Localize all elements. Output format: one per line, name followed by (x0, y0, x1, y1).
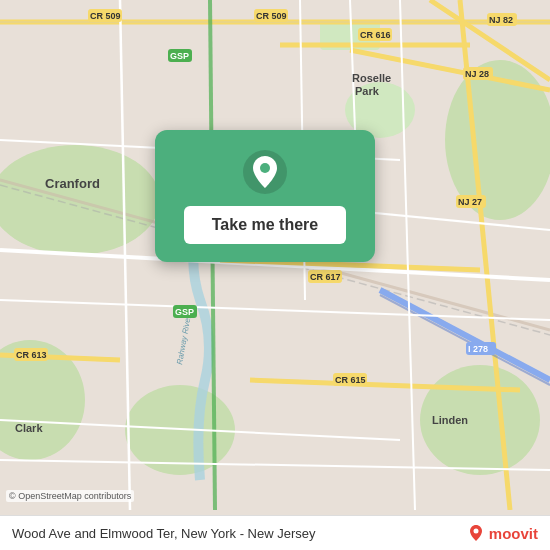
svg-point-64 (473, 529, 478, 534)
location-label: Wood Ave and Elmwood Ter, New York - New… (12, 526, 316, 541)
moovit-logo: moovit (467, 524, 538, 542)
location-pin-icon (243, 150, 287, 194)
svg-text:Cranford: Cranford (45, 176, 100, 191)
svg-text:CR 509: CR 509 (90, 11, 121, 21)
svg-text:NJ 27: NJ 27 (458, 197, 482, 207)
copyright-text: © OpenStreetMap contributors (6, 490, 134, 502)
svg-text:CR 617: CR 617 (310, 272, 341, 282)
svg-text:CR 509: CR 509 (256, 11, 287, 21)
moovit-brand-text: moovit (489, 525, 538, 542)
svg-text:CR 613: CR 613 (16, 350, 47, 360)
svg-text:Roselle: Roselle (352, 72, 391, 84)
svg-text:Linden: Linden (432, 414, 468, 426)
svg-text:CR 615: CR 615 (335, 375, 366, 385)
svg-text:CR 616: CR 616 (360, 30, 391, 40)
svg-text:Clark: Clark (15, 422, 43, 434)
take-me-there-button[interactable]: Take me there (184, 206, 346, 244)
svg-text:Park: Park (355, 85, 380, 97)
svg-point-63 (260, 163, 270, 173)
svg-text:I 278: I 278 (468, 344, 488, 354)
moovit-pin-icon (467, 524, 485, 542)
svg-text:GSP: GSP (170, 51, 189, 61)
popup-card: Take me there (155, 130, 375, 262)
svg-text:NJ 82: NJ 82 (489, 15, 513, 25)
bottom-bar: Wood Ave and Elmwood Ter, New York - New… (0, 515, 550, 550)
svg-text:NJ 28: NJ 28 (465, 69, 489, 79)
map-container: Rahway River (0, 0, 550, 550)
svg-text:GSP: GSP (175, 307, 194, 317)
